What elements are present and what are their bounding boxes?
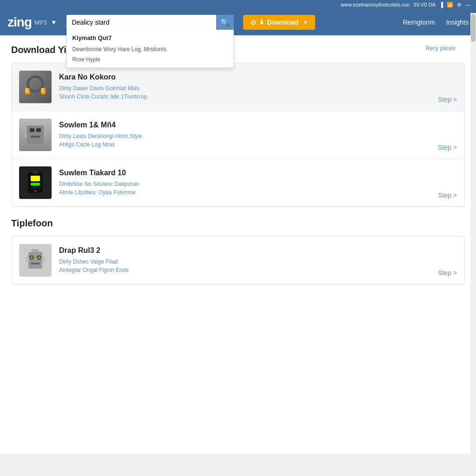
product-desc-3b: Afmle Libolties: Oyaa Futernne [59, 188, 457, 197]
search-container: 🔍 Kiymath Qut7 Dewritonnie Wory Hare Log… [66, 15, 234, 30]
robot2-icon [21, 246, 49, 274]
browser-status-bar: www.ezelnamisythotcobils.con 03:V0 OA ▐ … [0, 0, 476, 9]
product-desc-4b: Alntegiar Ongal Fignin Ends [59, 266, 457, 274]
download-label: Download [267, 19, 298, 26]
download-button[interactable]: ⊙ ⬇ Download ▼ [243, 15, 316, 30]
logo-mp3: MP3 [34, 19, 47, 26]
product-name-1: Kara No Kokoro [59, 73, 457, 81]
svg-rect-20 [26, 256, 29, 262]
signal-icon: 📶 [447, 2, 453, 8]
product-name-4: Drap Rul3 2 [59, 246, 457, 255]
browser-url: www.ezelnamisythotcobils.con [341, 2, 410, 7]
product-desc-2a: Dirlly Leals Diesklorigl Himh,Style [59, 132, 457, 140]
svg-rect-9 [24, 131, 27, 138]
svg-rect-13 [31, 183, 40, 185]
product-list-1: Kara No Kokoro Dinly Daaer Davis Goinhla… [11, 63, 465, 207]
logo-dropdown-icon[interactable]: ▼ [51, 19, 57, 26]
scrollbar-thumb[interactable] [471, 14, 476, 42]
product-image-2 [19, 119, 52, 151]
search-button[interactable]: 🔍 [216, 15, 234, 30]
search-icon: 🔍 [220, 18, 230, 27]
device-icon [21, 169, 49, 197]
autocomplete-sub-item-1[interactable]: Dewritonnie Wory Hare Log, Mrsitonls. [67, 44, 233, 54]
product-info-2: Sowlem 1& Mñ4 Dirlly Leals Diesklorigl H… [59, 121, 457, 149]
autocomplete-sub-item-2[interactable]: Rroe Hyple [67, 54, 233, 67]
svg-rect-22 [32, 249, 39, 252]
search-input[interactable] [66, 15, 234, 30]
svg-rect-7 [36, 128, 41, 132]
svg-rect-4 [41, 88, 44, 93]
logo-text: zing [7, 15, 32, 30]
product-image-1 [19, 71, 52, 103]
step-link-1[interactable]: Step > [438, 96, 457, 103]
svg-rect-19 [31, 263, 40, 264]
product-desc-1a: Dinly Daaer Davis Goinhlat Mlas [59, 84, 457, 93]
nav-links: Rerngtonm Insights [403, 19, 469, 26]
browser-time: 03:V0 OA [414, 2, 436, 7]
product-desc-1b: Sbunh Cliob Curaítc lide 1Tluntcrop [59, 93, 457, 101]
svg-rect-5 [27, 126, 44, 144]
product-info-1: Kara No Kokoro Dinly Daaer Davis Goinhla… [59, 73, 457, 101]
robot-icon [21, 121, 49, 149]
battery-icon: ▐ [439, 2, 443, 7]
autocomplete-main-item[interactable]: Kiymath Qut7 [67, 30, 233, 44]
product-item-3: Suwlem Tiakard 10 Dinib/Mar No Sdvienc D… [12, 159, 464, 206]
product-info-4: Drap Rul3 2 Dirlly Dshec Valge Filad Aln… [59, 246, 457, 274]
download-dropdown-arrow: ▼ [303, 20, 308, 25]
content-wrapper: Rery plices Download Yiripxones Kara No … [11, 45, 465, 284]
autocomplete-dropdown: Kiymath Qut7 Dewritonnie Wory Hare Log, … [66, 30, 234, 68]
nav-link-ringtone[interactable]: Rerngtonm [403, 19, 435, 26]
product-name-2: Sowlem 1& Mñ4 [59, 121, 457, 129]
download-circle-icon: ⊙ [251, 19, 256, 26]
product-name-3: Suwlem Tiakard 10 [59, 169, 457, 177]
product-desc-3a: Dinib/Mar No Sdvienc Daiipshan [59, 180, 457, 188]
svg-rect-8 [31, 136, 40, 138]
step-link-3[interactable]: Step > [438, 192, 457, 199]
topbar: zing MP3 ▼ 🔍 Kiymath Qut7 Dewritonnie Wo… [0, 9, 476, 35]
step-link-2[interactable]: Step > [438, 144, 457, 151]
svg-rect-6 [30, 128, 34, 132]
top-right-link[interactable]: Rery plices [426, 45, 456, 52]
download-arrow-icon: ⬇ [259, 19, 264, 26]
svg-rect-14 [33, 172, 38, 173]
product-item-4: Drap Rul3 2 Dirlly Dshec Valge Filad Aln… [12, 237, 464, 284]
svg-rect-21 [42, 256, 45, 262]
svg-rect-12 [31, 176, 40, 181]
nav-link-insights[interactable]: Insights [446, 19, 469, 26]
headphones-icon [21, 73, 49, 101]
product-item-2: Sowlem 1& Mñ4 Dirlly Leals Diesklorigl H… [12, 111, 464, 159]
product-desc-2b: Ahligs Cacle Log Mras [59, 140, 457, 149]
step-link-4[interactable]: Step > [438, 269, 457, 277]
section2-title: Tiplefoon [11, 218, 465, 229]
product-info-3: Suwlem Tiakard 10 Dinib/Mar No Sdvienc D… [59, 169, 457, 197]
svg-rect-10 [44, 131, 46, 138]
product-item-1: Kara No Kokoro Dinly Daaer Davis Goinhla… [12, 63, 464, 111]
svg-point-23 [31, 257, 33, 258]
svg-point-0 [28, 77, 43, 92]
product-list-2: Drap Rul3 2 Dirlly Dshec Valge Filad Aln… [11, 236, 465, 284]
svg-point-24 [38, 257, 40, 258]
logo-area: zing MP3 ▼ [7, 15, 57, 30]
product-image-3 [19, 166, 52, 199]
product-image-4 [19, 244, 52, 277]
settings-icon: ⚙ [457, 2, 462, 8]
svg-point-15 [34, 190, 36, 192]
product-desc-4a: Dirlly Dshec Valge Filad [59, 258, 457, 266]
minimize-icon: — [465, 2, 470, 7]
svg-rect-16 [28, 252, 42, 269]
main-content: Rery plices Download Yiripxones Kara No … [0, 35, 476, 454]
scrollbar[interactable] [470, 13, 476, 476]
svg-rect-3 [25, 88, 28, 93]
